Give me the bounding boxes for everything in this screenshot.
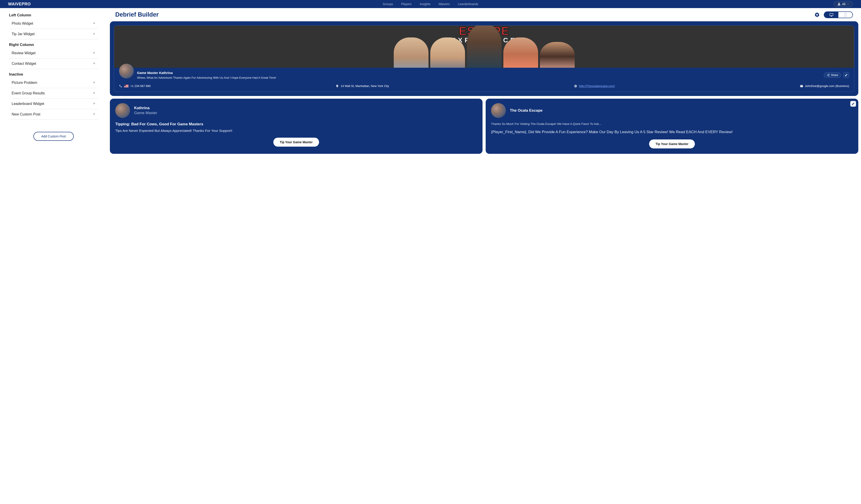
chevron-right-icon (93, 91, 96, 95)
sidebar-section-left: Left Column (9, 13, 98, 17)
chevron-right-icon (93, 102, 96, 106)
avatar (119, 64, 134, 79)
card-title: Tipping: Bad For Cows, Good For Game Mas… (115, 122, 477, 126)
globe-icon (574, 84, 577, 88)
cards-row: Kathrina Game Master Tipping: Bad For Co… (110, 99, 858, 154)
phone-value: +1 234 567 890 (130, 84, 151, 88)
edit-button[interactable] (843, 72, 849, 78)
avatar (115, 103, 130, 118)
review-card: The Ocala Escape Thanks So Much For Visi… (486, 99, 858, 154)
game-master-name: Game Master Kathrina (137, 71, 276, 74)
share-button[interactable]: Share (824, 72, 841, 78)
contact-phone: +1 234 567 890 (119, 84, 151, 88)
tip-button[interactable]: Tip Your Game Master (649, 139, 695, 148)
pin-icon (336, 84, 339, 88)
card-author-role: Game Master (134, 111, 157, 115)
preview-frame: ESCAPE EXPERIENCE Game Master Kathrina W… (110, 21, 858, 96)
sidebar-section-inactive: Inactive (9, 72, 98, 77)
card-author-name: Kathrina (134, 106, 157, 110)
contact-email: JohnDoe@google.com (Business) (800, 84, 849, 88)
hero-meta: Game Master Kathrina Whew, What An Adven… (114, 68, 854, 92)
sidebar-item-label: Photo Widget (12, 22, 33, 26)
sidebar-item-label: Contact Widget (12, 62, 36, 66)
edit-button[interactable] (850, 101, 856, 107)
contact-row: +1 234 567 890 14 Wall St, Manhattan, Ne… (119, 79, 849, 88)
nav-insights[interactable]: Insights (420, 2, 430, 6)
add-custom-post-button[interactable]: Add Custom Post (33, 132, 74, 141)
contact-address: 14 Wall St, Manhattan, New York City (336, 84, 389, 88)
user-icon (837, 2, 840, 5)
device-toggle (824, 11, 853, 18)
content: Debrief Builder ESCAPE (107, 8, 861, 504)
sidebar: Left Column Photo Widget Tip Jar Widget … (0, 8, 107, 504)
top-nav: Groups Players Insights Waivers Learderb… (383, 2, 478, 6)
nav-players[interactable]: Players (401, 2, 412, 6)
sidebar-item-label: Event Group Results (12, 91, 45, 95)
sidebar-item-label: Picture Problem (12, 81, 37, 85)
page-title: Debrief Builder (115, 11, 159, 18)
tip-button[interactable]: Tip Your Game Master (273, 138, 319, 147)
topbar: WAIVEPRO Groups Players Insights Waivers… (0, 0, 861, 8)
caret-down-icon (847, 3, 849, 5)
pencil-icon (845, 73, 848, 77)
contact-website: http://Theocalaescape.com/ (574, 84, 615, 88)
pencil-icon (851, 102, 855, 105)
nav-waivers[interactable]: Waivers (439, 2, 450, 6)
phone-icon (119, 84, 122, 88)
avatar (491, 103, 506, 118)
user-menu[interactable]: Ali (834, 1, 853, 7)
tip-card: Kathrina Game Master Tipping: Bad For Co… (110, 99, 482, 154)
mail-icon (800, 84, 803, 88)
sidebar-section-right: Right Column (9, 43, 98, 47)
sidebar-item-picture-problem[interactable]: Picture Problem (9, 78, 98, 88)
sidebar-item-contact-widget[interactable]: Contact Widget (9, 58, 98, 69)
share-label: Share (831, 73, 838, 77)
chevron-right-icon (93, 51, 96, 55)
hero-image-people (114, 38, 854, 68)
sidebar-item-photo-widget[interactable]: Photo Widget (9, 18, 98, 29)
sidebar-item-event-group-results[interactable]: Event Group Results (9, 88, 98, 99)
desktop-icon (829, 13, 833, 17)
logo: WAIVEPRO (8, 2, 31, 6)
device-toggle-mobile[interactable] (838, 12, 852, 18)
share-icon (827, 73, 830, 77)
user-name: Ali (842, 2, 846, 6)
chevron-right-icon (93, 81, 96, 85)
nav-leaderboards[interactable]: Learderboards (458, 2, 478, 6)
mobile-icon (844, 13, 848, 17)
sidebar-item-label: Tip Jar Widget (12, 32, 35, 36)
email-value: JohnDoe@google.com (Business) (805, 84, 849, 88)
device-toggle-desktop[interactable] (824, 12, 838, 18)
hero-image: ESCAPE EXPERIENCE (114, 26, 854, 68)
sidebar-item-tip-jar-widget[interactable]: Tip Jar Widget (9, 29, 98, 39)
game-master-tagline: Whew, What An Adventure! Thanks Again Fo… (137, 76, 276, 79)
content-header: Debrief Builder (110, 11, 858, 21)
website-link[interactable]: http://Theocalaescape.com/ (579, 84, 615, 88)
chevron-right-icon (93, 112, 96, 117)
card-body: {Player_First_Name}, Did We Provide A Fu… (491, 130, 853, 135)
hero-card: ESCAPE EXPERIENCE Game Master Kathrina W… (114, 25, 854, 92)
address-value: 14 Wall St, Manhattan, New York City (341, 84, 389, 88)
card-author-name: The Ocala Escape (510, 108, 543, 113)
card-subheading: Thanks So Much For Visiting The Ocala Es… (491, 122, 853, 126)
sidebar-item-review-widget[interactable]: Review Widget (9, 48, 98, 58)
sidebar-item-new-custom-post[interactable]: New Custom Post (9, 109, 98, 120)
sidebar-item-label: New Custom Post (12, 112, 40, 117)
flag-us-icon (124, 84, 128, 87)
card-body: Tips Are Never Expected But Always Appre… (115, 128, 477, 133)
gear-icon[interactable] (815, 12, 820, 17)
chevron-right-icon (93, 62, 96, 66)
header-controls (815, 11, 853, 18)
sidebar-item-label: Review Widget (12, 51, 36, 55)
sidebar-item-label: Leaderboard Widget (12, 102, 44, 106)
chevron-right-icon (93, 22, 96, 26)
nav-groups[interactable]: Groups (383, 2, 393, 6)
chevron-right-icon (93, 32, 96, 36)
sidebar-item-leaderboard-widget[interactable]: Leaderboard Widget (9, 99, 98, 109)
